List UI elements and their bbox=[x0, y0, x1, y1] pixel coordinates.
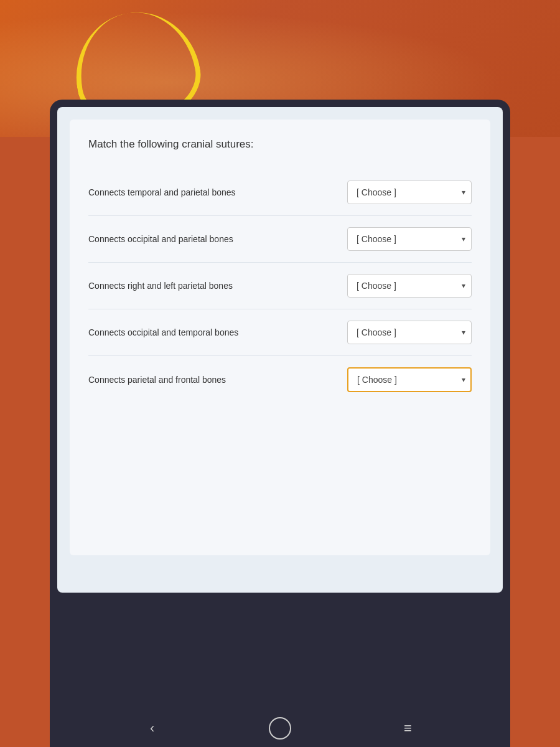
match-select-wrapper-2: [ Choose ]Sagittal sutureCoronal sutureL… bbox=[347, 227, 472, 251]
match-row: Connects right and left parietal bones[ … bbox=[88, 263, 472, 309]
match-row: Connects occipital and temporal bones[ C… bbox=[88, 309, 472, 356]
nav-bar: ‹ ≡ bbox=[50, 710, 510, 747]
match-select-5[interactable]: [ Choose ]Sagittal sutureCoronal sutureL… bbox=[347, 367, 472, 392]
match-row: Connects parietal and frontal bones[ Cho… bbox=[88, 356, 472, 403]
match-select-wrapper-5: [ Choose ]Sagittal sutureCoronal sutureL… bbox=[347, 367, 472, 392]
match-select-4[interactable]: [ Choose ]Sagittal sutureCoronal sutureL… bbox=[347, 321, 472, 344]
match-select-2[interactable]: [ Choose ]Sagittal sutureCoronal sutureL… bbox=[347, 227, 472, 251]
tablet-frame: Match the following cranial sutures: Con… bbox=[50, 100, 510, 747]
match-select-wrapper-3: [ Choose ]Sagittal sutureCoronal sutureL… bbox=[347, 274, 472, 298]
screen-area: Match the following cranial sutures: Con… bbox=[57, 107, 503, 593]
match-select-3[interactable]: [ Choose ]Sagittal sutureCoronal sutureL… bbox=[347, 274, 472, 298]
match-label-2: Connects occipital and parietal bones bbox=[88, 233, 335, 246]
home-button[interactable] bbox=[269, 717, 291, 740]
match-rows-container: Connects temporal and parietal bones[ Ch… bbox=[88, 169, 472, 403]
match-select-wrapper-4: [ Choose ]Sagittal sutureCoronal sutureL… bbox=[347, 321, 472, 344]
match-select-wrapper-1: [ Choose ]Sagittal sutureCoronal sutureL… bbox=[347, 181, 472, 204]
question-title: Match the following cranial sutures: bbox=[88, 138, 472, 151]
match-label-3: Connects right and left parietal bones bbox=[88, 280, 335, 293]
menu-button[interactable]: ≡ bbox=[394, 715, 421, 742]
back-button[interactable]: ‹ bbox=[139, 715, 166, 742]
match-label-5: Connects parietal and frontal bones bbox=[88, 374, 335, 387]
match-label-4: Connects occipital and temporal bones bbox=[88, 326, 335, 339]
match-label-1: Connects temporal and parietal bones bbox=[88, 186, 335, 199]
match-row: Connects occipital and parietal bones[ C… bbox=[88, 216, 472, 263]
match-select-1[interactable]: [ Choose ]Sagittal sutureCoronal sutureL… bbox=[347, 181, 472, 204]
content-card: Match the following cranial sutures: Con… bbox=[70, 120, 490, 555]
match-row: Connects temporal and parietal bones[ Ch… bbox=[88, 169, 472, 216]
